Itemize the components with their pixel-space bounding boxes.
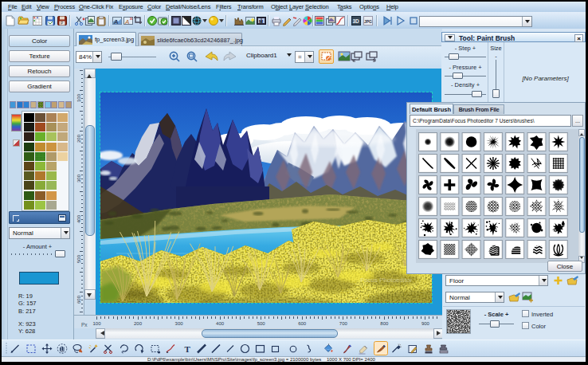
svg-text:Focus Photoeditor: Focus Photoeditor xyxy=(360,277,412,284)
svg-text:JPG: JPG xyxy=(364,19,372,24)
svg-text:3D: 3D xyxy=(353,18,360,24)
svg-text:M: M xyxy=(259,19,263,24)
svg-text:T: T xyxy=(185,344,191,354)
svg-text:A: A xyxy=(124,18,129,26)
svg-text:A: A xyxy=(113,18,118,26)
